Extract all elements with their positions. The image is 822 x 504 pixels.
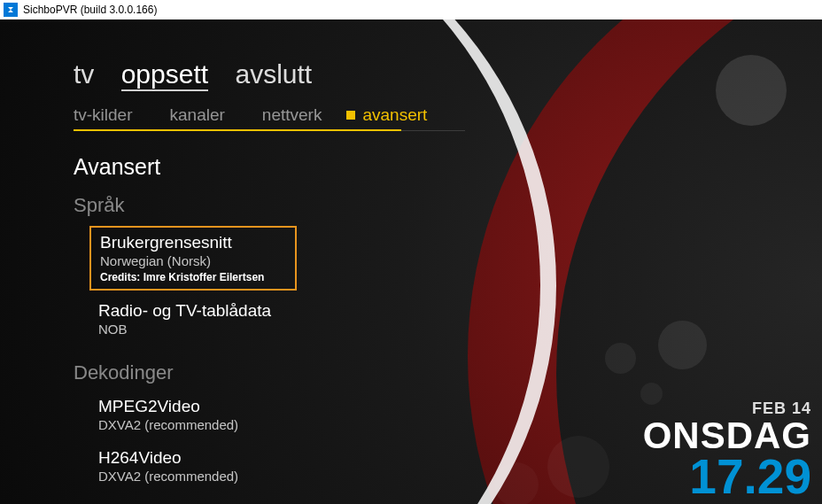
setting-epg-language[interactable]: Radio- og TV-tablådata NOB	[89, 296, 822, 342]
setting-credits: Credits: Imre Kristoffer Eilertsen	[100, 271, 286, 283]
setting-title: Brukergrensesnitt	[100, 233, 286, 252]
setting-value: NOB	[98, 322, 813, 337]
nav-tv[interactable]: tv	[74, 59, 94, 89]
subnav-tv-kilder[interactable]: tv-kilder	[74, 105, 133, 125]
clock-day: ONSDAG	[643, 418, 811, 454]
page-title: Avansert	[74, 154, 822, 180]
titlebar: SichboPVR (build 3.0.0.166)	[0, 0, 822, 19]
app-icon	[4, 3, 18, 17]
subnav-kanaler[interactable]: kanaler	[170, 105, 225, 125]
main-nav: tv oppsett avslutt	[74, 59, 822, 89]
clock-time: 17.29	[643, 454, 811, 500]
setting-ui-language[interactable]: Brukergrensesnitt Norwegian (Norsk) Cred…	[89, 226, 297, 291]
active-marker-icon	[346, 111, 355, 120]
subnav-nettverk[interactable]: nettverk	[262, 105, 322, 125]
section-dekodinger-label: Dekodinger	[74, 361, 822, 384]
nav-oppsett[interactable]: oppsett	[121, 59, 208, 91]
sub-nav: tv-kilder kanaler nettverk avansert	[74, 105, 465, 131]
setting-title: Radio- og TV-tablådata	[98, 301, 813, 321]
window-title: SichboPVR (build 3.0.0.166)	[23, 4, 157, 16]
section-sprak-label: Språk	[74, 194, 822, 217]
subnav-avansert[interactable]: avansert	[362, 105, 427, 125]
nav-avslutt[interactable]: avslutt	[235, 59, 312, 89]
clock: FEB 14 ONSDAG 17.29	[643, 399, 811, 500]
setting-value: Norwegian (Norsk)	[100, 253, 286, 268]
